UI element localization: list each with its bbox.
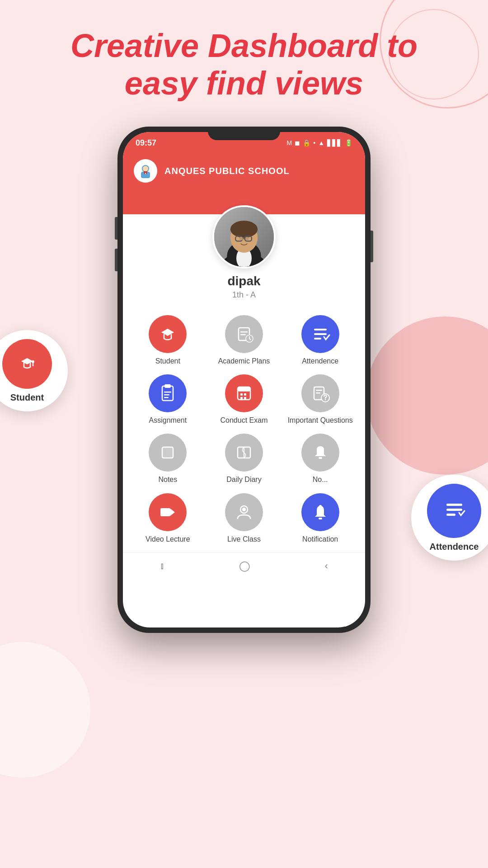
live-class-label: Live Class [227,535,261,543]
svg-rect-44 [316,390,322,391]
svg-rect-54 [160,508,170,516]
svg-rect-39 [240,393,243,396]
nav-back-icon[interactable]: ‹ [325,560,328,572]
svg-rect-41 [240,397,243,399]
power-btn [371,231,373,262]
avatar [212,205,276,269]
menu-item-important-questions[interactable]: Important Questions [284,374,356,425]
conduct-exam-icon-circle [225,374,263,412]
profile-name: dipak [227,274,260,288]
svg-rect-33 [164,384,171,388]
float-attendence-label: Attendence [430,542,479,552]
daily-diary-label: Daily Diary [226,475,261,484]
svg-point-21 [239,237,243,241]
nav-home-icon[interactable]: ◯ [239,560,250,572]
no-icon-circle [301,434,339,472]
menu-item-student[interactable]: Student [132,315,204,365]
dot-icon: • [313,139,315,146]
important-questions-icon-circle [301,374,339,412]
notification-icon-circle [301,493,339,531]
notification-label: Notification [302,535,338,543]
school-logo [134,159,157,183]
svg-rect-29 [314,329,327,330]
phone-frame: 09:57 M ◼ 🔒 • ▲ ▋▋▋ 🔋 [117,127,371,633]
svg-rect-35 [164,394,169,396]
phone-screen: 09:57 M ◼ 🔒 • ▲ ▋▋▋ 🔋 [123,132,365,627]
svg-rect-24 [240,331,248,333]
assignment-label: Assignment [149,416,187,425]
menu-item-conduct-exam[interactable]: Conduct Exam [208,374,280,425]
svg-rect-53 [319,457,322,459]
svg-rect-2 [446,504,462,506]
menu-item-academic-plans[interactable]: Academic Plans [208,315,280,365]
svg-rect-42 [244,397,246,399]
video-lecture-icon-circle [149,493,187,531]
float-student-label: Student [10,392,44,403]
svg-point-22 [245,237,249,241]
bg-decor-circle-4 [0,642,90,778]
svg-rect-58 [319,518,322,519]
svg-rect-31 [314,338,321,340]
menu-item-notes[interactable]: Notes [132,434,204,484]
student-icon-circle [149,315,187,353]
no-label: No... [313,475,328,484]
menu-item-attendence[interactable]: Attendence [284,315,356,365]
profile-class: 1th - A [232,290,256,300]
wifi-icon: ▲ [318,139,324,146]
svg-point-7 [143,166,148,171]
svg-rect-30 [314,333,327,335]
svg-rect-40 [244,393,246,396]
menu-grid: Student Academic Plans [123,311,365,552]
svg-point-57 [242,508,246,511]
svg-rect-32 [162,386,173,401]
svg-point-48 [324,399,326,401]
svg-rect-45 [316,392,320,394]
signal-icon: ▋▋▋ [327,139,342,146]
school-name: ANQUES PUBLIC SCHOOL [164,166,290,176]
menu-item-notification[interactable]: Notification [284,493,356,543]
facebook-icon: ◼ [295,139,300,146]
svg-rect-9 [144,171,147,173]
attendence-icon-circle [301,315,339,353]
daily-diary-icon-circle [225,434,263,472]
important-questions-label: Important Questions [288,416,353,425]
assignment-icon-circle [149,374,187,412]
float-attendence-highlight: Attendence [411,475,488,561]
svg-rect-25 [240,334,246,335]
vol-up-btn [115,217,117,240]
status-icons: M ◼ 🔒 • ▲ ▋▋▋ 🔋 [287,139,352,146]
svg-rect-3 [446,509,462,511]
live-class-icon-circle [225,493,263,531]
menu-item-live-class[interactable]: Live Class [208,493,280,543]
svg-rect-36 [164,397,169,398]
nav-recents-icon[interactable]: ⫾ [160,560,165,572]
float-student-highlight: Student [0,330,68,411]
menu-item-video-lecture[interactable]: Video Lecture [132,493,204,543]
bottom-nav: ⫾ ◯ ‹ [123,552,365,580]
svg-rect-38 [238,387,250,392]
academic-plans-icon-circle [225,315,263,353]
menu-item-no[interactable]: No... [284,434,356,484]
vol-down-btn [115,249,117,271]
svg-point-59 [319,505,322,508]
battery-icon: 🔋 [345,139,352,146]
app-header: ANQUES PUBLIC SCHOOL [123,154,365,192]
menu-item-daily-diary[interactable]: Daily Diary [208,434,280,484]
float-attendence-icon [427,484,481,538]
notes-icon-circle [149,434,187,472]
notification-dot: 🔒 [303,139,310,146]
float-student-icon [2,339,52,389]
academic-plans-label: Academic Plans [218,357,270,365]
student-label: Student [155,357,180,365]
status-time: 09:57 [136,138,156,148]
svg-marker-55 [170,509,175,516]
svg-point-17 [230,221,258,238]
phone-notch [208,127,280,140]
svg-rect-34 [164,392,171,393]
conduct-exam-label: Conduct Exam [221,416,268,425]
video-lecture-label: Video Lecture [145,535,190,543]
svg-rect-50 [162,447,173,458]
attendence-label: Attendence [302,357,338,365]
menu-item-assignment[interactable]: Assignment [132,374,204,425]
page-title: Creative Dashboard to easy find views [0,27,488,102]
